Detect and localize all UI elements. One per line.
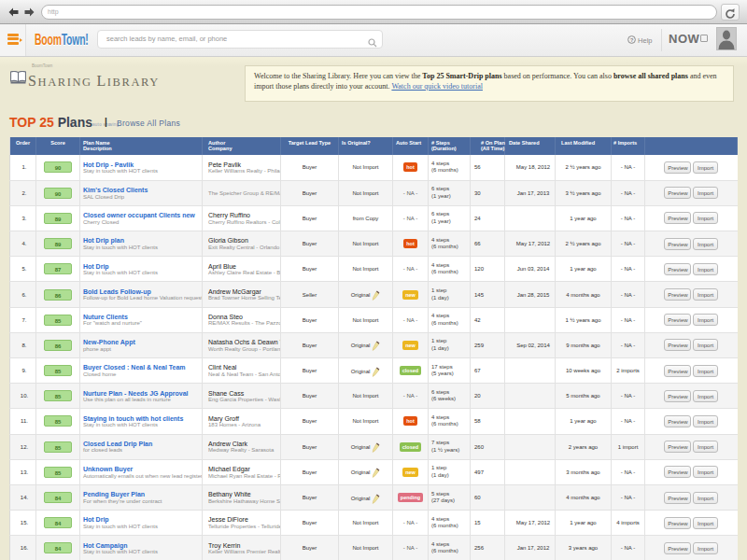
svg-text:?: ? (630, 37, 634, 43)
